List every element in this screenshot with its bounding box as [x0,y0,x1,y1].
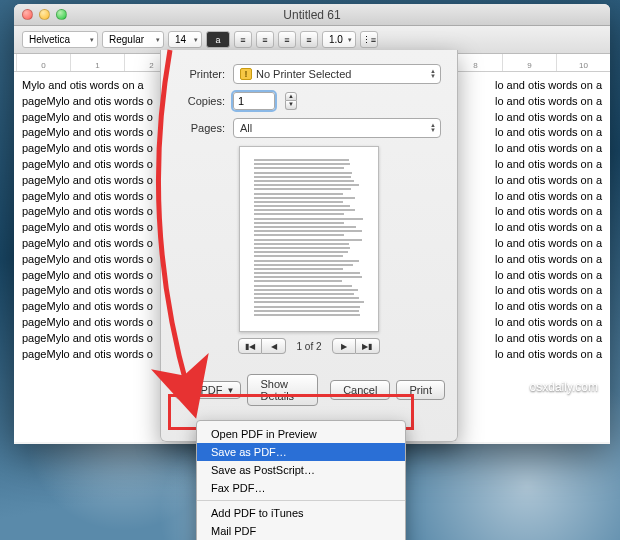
preview-pager: ▮◀ ◀ 1 of 2 ▶ ▶▮ [177,338,441,354]
ruler-tick: 9 [502,54,556,71]
ruler-tick: 10 [556,54,610,71]
align-left-button[interactable]: ≡ [234,31,252,48]
align-center-button[interactable]: ≡ [256,31,274,48]
last-page-button[interactable]: ▶▮ [356,338,380,354]
pages-label: Pages: [177,122,225,134]
print-button[interactable]: Print [396,380,445,400]
copies-input[interactable] [233,92,275,110]
prev-page-button[interactable]: ◀ [262,338,286,354]
copies-stepper[interactable]: ▲ ▼ [285,92,297,110]
printer-label: Printer: [177,68,225,80]
font-size-value: 14 [175,34,186,45]
zoom-button[interactable] [56,9,67,20]
font-size-select[interactable]: 14 ▾ [168,31,202,48]
align-justify-button[interactable]: ≡ [300,31,318,48]
print-dialog: Printer: ! No Printer Selected ▲▼ Copies… [160,50,458,442]
pages-value: All [240,122,252,134]
print-preview [177,146,441,332]
show-details-button[interactable]: Show Details [247,374,318,406]
pdf-dropdown-menu: Open PDF in PreviewSave as PDF…Save as P… [196,420,406,540]
list-button[interactable]: ⋮≡ [360,31,378,48]
help-icon: ? [177,384,184,396]
warning-icon: ! [240,68,252,80]
font-style-value: Regular [109,34,144,45]
chevron-down-icon: ▾ [156,36,160,44]
pages-select[interactable]: All ▲▼ [233,118,441,138]
menu-item[interactable]: Save as PDF… [197,443,405,461]
chevron-down-icon: ▾ [348,36,352,44]
close-button[interactable] [22,9,33,20]
chevron-down-icon: ▼ [227,386,235,395]
next-page-button[interactable]: ▶ [332,338,356,354]
pdf-dropdown-button[interactable]: PDF ▼ [194,381,242,399]
font-style-select[interactable]: Regular ▾ [102,31,164,48]
first-page-button[interactable]: ▮◀ [238,338,262,354]
line-spacing-value: 1.0 [329,34,343,45]
window-titlebar[interactable]: Untitled 61 [14,4,610,26]
chevron-down-icon: ▾ [90,36,94,44]
menu-separator [197,500,405,501]
line-spacing-select[interactable]: 1.0 ▾ [322,31,356,48]
font-family-value: Helvetica [29,34,70,45]
menu-item[interactable]: Open PDF in Preview [197,425,405,443]
help-button[interactable]: ? [173,380,188,400]
menu-item[interactable]: Mail PDF [197,522,405,540]
traffic-lights [22,9,67,20]
minimize-button[interactable] [39,9,50,20]
menu-item[interactable]: Fax PDF… [197,479,405,497]
print-dialog-footer: ? PDF ▼ Show Details Cancel Print [161,374,457,416]
ruler-tick: 1 [70,54,124,71]
chevron-down-icon: ▾ [194,36,198,44]
font-family-select[interactable]: Helvetica ▾ [22,31,98,48]
watermark-text: osxdaily.com [530,380,598,394]
printer-select[interactable]: ! No Printer Selected ▲▼ [233,64,441,84]
menu-item[interactable]: Add PDF to iTunes [197,504,405,522]
ruler-tick: 0 [16,54,70,71]
copies-label: Copies: [177,95,225,107]
align-right-button[interactable]: ≡ [278,31,296,48]
stepper-down-icon[interactable]: ▼ [285,101,297,110]
menu-item[interactable]: Save as PostScript… [197,461,405,479]
pager-text: 1 of 2 [296,341,321,352]
window-title: Untitled 61 [283,8,340,22]
pdf-button-label: PDF [201,384,223,396]
cancel-button[interactable]: Cancel [330,380,390,400]
stepper-up-icon[interactable]: ▲ [285,92,297,101]
chevron-updown-icon: ▲▼ [430,69,436,79]
text-color-button[interactable]: a [206,31,230,48]
printer-value: No Printer Selected [256,68,351,80]
chevron-updown-icon: ▲▼ [430,123,436,133]
preview-page [239,146,379,332]
